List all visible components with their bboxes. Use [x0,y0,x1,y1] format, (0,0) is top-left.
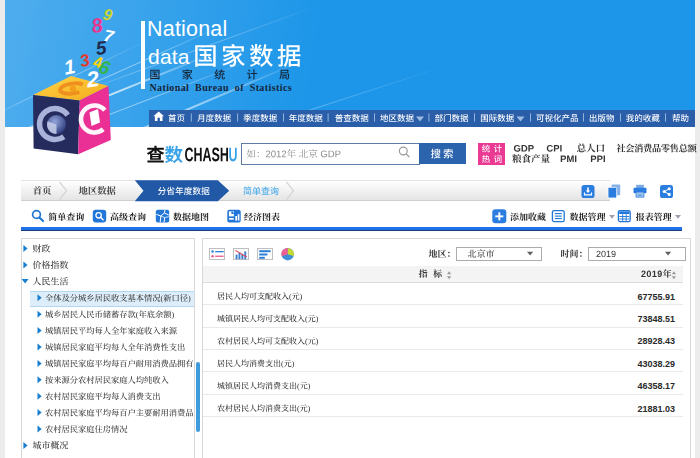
svg-text:1: 1 [62,55,77,79]
svg-text:9: 9 [101,5,114,24]
